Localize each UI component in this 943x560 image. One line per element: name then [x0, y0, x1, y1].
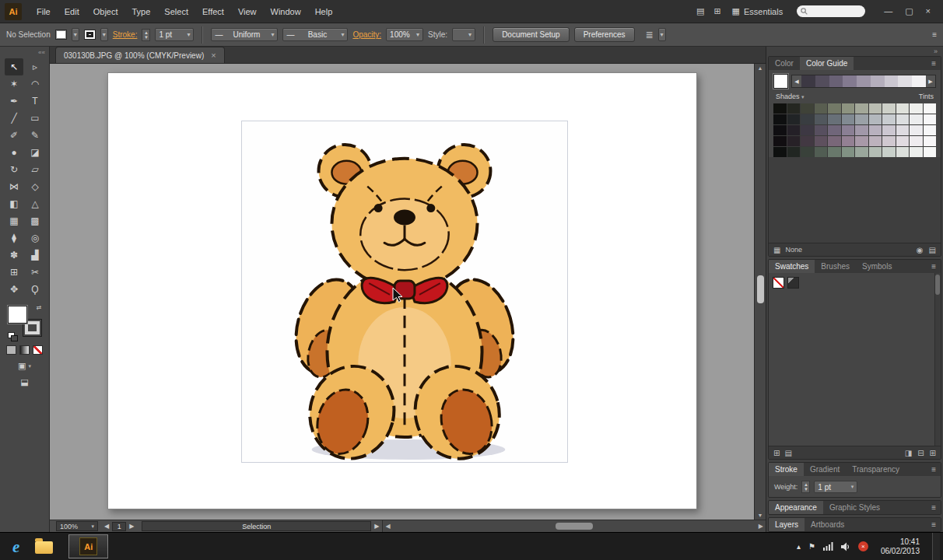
none-mode-icon[interactable] [33, 345, 43, 355]
tab-graphic-styles[interactable]: Graphic Styles [823, 501, 886, 514]
horizontal-scroll-thumb[interactable] [556, 523, 593, 530]
pen-tool[interactable]: ✒ [5, 93, 23, 110]
volume-icon[interactable] [841, 542, 850, 551]
scroll-left-icon[interactable]: ◀ [385, 523, 390, 530]
color-swatch[interactable] [855, 114, 868, 124]
variation-swatch[interactable] [898, 75, 912, 87]
document-setup-button[interactable]: Document Setup [493, 27, 570, 42]
tab-color-guide[interactable]: Color Guide [800, 57, 854, 70]
shades-dropdown[interactable]: Shades ▾ [776, 93, 805, 100]
draw-mode-button[interactable]: ▣ ▾ [18, 361, 31, 371]
tab-appearance[interactable]: Appearance [769, 501, 823, 514]
screen-mode-button[interactable]: ⬓ [20, 377, 28, 387]
show-desktop-button[interactable] [932, 533, 940, 560]
vertical-scrollbar[interactable]: ▲ ▼ [754, 64, 766, 520]
magic-wand-tool[interactable]: ✶ [5, 75, 23, 93]
control-panel-menu-icon[interactable]: ≡ [932, 30, 937, 39]
panel-menu-icon[interactable]: ≡ [927, 463, 941, 476]
registration-swatch[interactable] [787, 277, 799, 289]
swap-fill-stroke-icon[interactable]: ⇄ [37, 304, 42, 311]
limit-colors-icon[interactable]: ▦ [773, 246, 780, 254]
color-swatch[interactable] [924, 147, 937, 157]
color-swatch[interactable] [815, 125, 828, 135]
color-swatch[interactable] [828, 114, 841, 124]
fill-indicator[interactable] [8, 306, 27, 324]
status-flyout-icon[interactable]: ▶ [374, 523, 379, 530]
variation-swatch[interactable] [857, 75, 871, 87]
color-swatch[interactable] [815, 136, 828, 146]
tab-swatches[interactable]: Swatches [769, 260, 815, 273]
color-swatch[interactable] [787, 147, 801, 157]
stroke-panel-link[interactable]: Stroke: [113, 30, 138, 39]
line-segment-tool[interactable]: ╱ [5, 110, 23, 127]
vertical-scroll-thumb[interactable] [757, 275, 764, 303]
canvas-area[interactable]: ▲ ▼ [50, 64, 766, 520]
zoom-select[interactable]: 100% ▾ [56, 521, 98, 531]
color-swatch[interactable] [801, 147, 814, 157]
pencil-tool[interactable]: ✎ [26, 127, 44, 144]
color-swatch[interactable] [842, 147, 855, 157]
swatch-options-icon[interactable]: ◨ [905, 449, 912, 457]
opacity-panel-link[interactable]: Opacity: [352, 30, 381, 39]
menu-object[interactable]: Object [86, 3, 125, 20]
menu-effect[interactable]: Effect [195, 3, 231, 20]
zoom-tool[interactable]: Ϙ [26, 281, 44, 298]
workspace-switcher[interactable]: ▦ Essentials [732, 6, 783, 16]
color-swatch[interactable] [773, 103, 787, 114]
eyedropper-tool[interactable]: ⧫ [5, 229, 23, 247]
variation-swatch[interactable] [801, 75, 815, 87]
tab-layers[interactable]: Layers [769, 518, 805, 531]
color-swatch[interactable] [787, 125, 801, 135]
color-swatch[interactable] [815, 147, 828, 157]
color-swatch[interactable] [882, 103, 896, 114]
color-swatch[interactable] [842, 136, 855, 146]
menu-select[interactable]: Select [157, 3, 195, 20]
tab-brushes[interactable]: Brushes [815, 260, 856, 273]
stroke-color-swatch[interactable] [84, 30, 96, 40]
panel-menu-icon[interactable]: ≡ [927, 501, 941, 514]
color-swatch[interactable] [882, 147, 896, 157]
type-tool[interactable]: T [26, 93, 44, 110]
document-tab[interactable]: 030130B.JPG @ 100% (CMYK/Preview) × [55, 47, 225, 63]
new-color-group-icon[interactable]: ⊟ [917, 449, 924, 457]
shape-builder-tool[interactable]: ◧ [5, 195, 23, 212]
swatch-libraries-icon[interactable]: ⊞ [773, 449, 780, 457]
color-swatch[interactable] [869, 147, 882, 157]
variation-swatch[interactable] [871, 75, 885, 87]
restore-icon[interactable]: ▢ [905, 6, 913, 16]
new-swatch-icon[interactable]: ⊞ [930, 449, 936, 457]
variation-swatch[interactable] [829, 75, 843, 87]
variation-swatch[interactable] [815, 75, 829, 87]
align-dropdown[interactable]: ▾ [658, 28, 666, 41]
color-swatch[interactable] [787, 114, 801, 124]
blob-brush-tool[interactable]: ● [5, 144, 23, 161]
gradient-tool[interactable]: ▩ [26, 212, 44, 229]
color-swatch[interactable] [896, 103, 910, 114]
color-swatch[interactable] [924, 136, 937, 146]
color-swatch[interactable] [773, 136, 787, 146]
hand-tool[interactable]: ✥ [5, 281, 23, 298]
color-swatch[interactable] [855, 147, 868, 157]
weight-stepper[interactable]: ▲ ▼ [801, 481, 810, 493]
mesh-tool[interactable]: ▦ [5, 212, 23, 229]
align-icon[interactable]: ≣ [646, 30, 654, 40]
color-swatch[interactable] [828, 147, 841, 157]
prev-artboard-icon[interactable]: ◀ [104, 523, 109, 530]
color-swatch[interactable] [842, 114, 855, 124]
none-swatch[interactable] [773, 277, 784, 289]
menu-window[interactable]: Window [264, 3, 308, 20]
internet-explorer-icon[interactable]: e [12, 539, 19, 555]
swatches-scroll-thumb[interactable] [935, 275, 940, 295]
color-swatch[interactable] [815, 114, 828, 124]
width-tool[interactable]: ⋈ [5, 178, 23, 195]
variations-right-icon[interactable]: ▶ [926, 79, 935, 85]
taskbar-clock[interactable]: 10:41 06/02/2013 [881, 537, 920, 556]
free-transform-tool[interactable]: ◇ [26, 178, 44, 195]
fill-color-swatch[interactable] [55, 30, 67, 40]
color-swatch[interactable] [924, 114, 937, 124]
scroll-up-icon[interactable]: ▲ [755, 65, 766, 71]
color-swatch[interactable] [896, 136, 910, 146]
color-swatch[interactable] [773, 147, 787, 157]
gradient-mode-icon[interactable] [19, 345, 30, 355]
color-swatch[interactable] [869, 114, 882, 124]
